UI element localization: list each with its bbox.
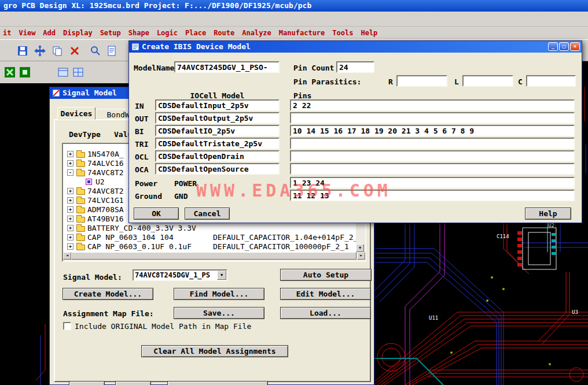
expand-toggle[interactable]: +	[67, 234, 74, 240]
ocl-pins-input[interactable]	[290, 150, 575, 162]
tab-devices[interactable]: Devices	[57, 107, 95, 120]
close-icon[interactable]: ×	[570, 42, 580, 51]
in-pins-input[interactable]	[290, 99, 575, 111]
expand-toggle[interactable]: +	[67, 243, 74, 250]
create-model-button[interactable]: Create Model...	[63, 288, 153, 300]
cancel-button[interactable]: Cancel	[185, 208, 230, 220]
green-x-icon[interactable]	[2, 65, 17, 80]
menu-item-tools[interactable]: Tools	[332, 29, 353, 37]
menu-item-place[interactable]: Place	[185, 29, 206, 37]
window-titlebar[interactable]: gro PCB Design XL: 1925mcu.brd Project: …	[0, 0, 588, 12]
maximize-icon[interactable]: □	[559, 42, 569, 51]
delete-icon[interactable]	[67, 43, 82, 58]
expand-toggle[interactable]: +	[67, 206, 74, 213]
expand-toggle[interactable]: +	[67, 225, 74, 231]
menu-item-add[interactable]: Add	[43, 29, 56, 37]
signal-model-combo[interactable]: 74AVC8T245DGV_1_PS ▼	[133, 269, 227, 281]
menu-item-view[interactable]: View	[19, 29, 35, 37]
find-model-button[interactable]: Find Model...	[174, 288, 264, 300]
toolbar-dock-area	[0, 12, 588, 27]
menu-item-help[interactable]: Help	[361, 29, 377, 37]
row-label-tri: TRI	[135, 140, 148, 149]
tri-model-input[interactable]	[155, 138, 280, 149]
bottom-cutoff-button-2[interactable]	[115, 381, 151, 385]
menu-item-analyze[interactable]: Analyze	[242, 29, 271, 37]
menu-item-setup[interactable]: Setup	[100, 29, 121, 37]
menu-item-logic[interactable]: Logic	[157, 29, 178, 37]
expand-toggle[interactable]: +	[67, 216, 74, 222]
oca-model-input[interactable]	[155, 163, 280, 175]
c-input[interactable]	[526, 75, 576, 87]
green-square-icon[interactable]	[17, 65, 32, 80]
ground-label: Ground	[135, 192, 162, 201]
ocl-model-input[interactable]	[155, 150, 280, 162]
create-ibis-device-model-dialog: Create IBIS Device Model _ □ × ModelName…	[128, 40, 582, 223]
load-map-button[interactable]: Load...	[280, 307, 371, 319]
bottom-cutoff-button-3[interactable]	[167, 381, 268, 385]
menu-item-route[interactable]: Route	[214, 29, 234, 37]
include-original-path-checkbox[interactable]	[63, 322, 71, 330]
ibis-dialog-titlebar[interactable]: Create IBIS Device Model _ □ ×	[129, 41, 582, 53]
folder-icon	[76, 198, 85, 204]
l-input[interactable]	[462, 75, 513, 87]
tree-item[interactable]: + BATTERY_CD-400_3.3V 3.3V	[64, 224, 357, 233]
out-model-input[interactable]	[155, 112, 280, 124]
expand-toggle[interactable]: +	[67, 160, 74, 166]
row-label-in: IN	[135, 102, 144, 110]
menu-item-display[interactable]: Display	[63, 29, 93, 37]
ok-button[interactable]: OK	[134, 208, 179, 220]
pin-count-input[interactable]	[336, 61, 374, 73]
zoom-icon[interactable]	[88, 43, 103, 58]
signal-model-label: Signal Model:	[63, 273, 122, 282]
clear-all-model-assignments-button[interactable]: Clear All Model Assignments	[141, 345, 288, 357]
bi-model-input[interactable]	[155, 125, 280, 136]
save-map-button[interactable]: Save...	[174, 307, 264, 319]
expand-toggle[interactable]: +	[67, 151, 74, 157]
scroll-right-button[interactable]: ►	[357, 252, 365, 260]
tab-devices-label: Devices	[61, 109, 93, 118]
allegro-window: gro PCB Design XL: 1925mcu.brd Project: …	[0, 0, 588, 385]
tree-item-model: DEFAULT_CAPACITOR_100000pF_2_1	[213, 242, 349, 251]
tree-item[interactable]: + CAP NP_0603_104 104 DEFAULT_CAPACITOR_…	[64, 233, 357, 242]
bi-pins-input[interactable]	[290, 125, 575, 136]
in-model-input[interactable]	[155, 99, 280, 111]
out-pins-input[interactable]	[290, 112, 575, 124]
scroll-down-button[interactable]: ▼	[356, 244, 364, 252]
power-net-value: POWER	[174, 179, 197, 188]
help-button[interactable]: Help	[525, 208, 571, 220]
r-input[interactable]	[396, 75, 447, 87]
bottom-cutoff-button-1[interactable]	[69, 381, 105, 385]
chevron-down-icon[interactable]: ▼	[217, 271, 226, 280]
collapse-toggle[interactable]: -	[67, 169, 74, 176]
oca-pins-input[interactable]	[290, 163, 575, 175]
expand-toggle[interactable]: +	[67, 197, 74, 203]
r-label: R	[388, 77, 393, 86]
menu-item-edit[interactable]: it	[3, 29, 11, 37]
power-pins-input[interactable]	[290, 177, 575, 188]
model-name-input[interactable]	[174, 61, 280, 73]
edit-model-button[interactable]: Edit Model...	[280, 288, 371, 300]
horizontal-scroll-thumb[interactable]	[71, 252, 357, 260]
ground-pins-input[interactable]	[290, 190, 575, 201]
tri-pins-input[interactable]	[290, 138, 575, 149]
window-title: gro PCB Design XL: 1925mcu.brd Project: …	[3, 1, 311, 10]
tree-item-label: 74AVC8T2	[87, 187, 124, 195]
row-label-oca: OCA	[135, 165, 148, 174]
expand-toggle[interactable]: +	[67, 188, 74, 194]
save-icon[interactable]	[15, 43, 30, 58]
document-icon[interactable]	[104, 43, 119, 58]
scroll-left-button[interactable]: ◄	[63, 252, 71, 260]
blue-panel-icon[interactable]	[56, 65, 71, 80]
move-icon[interactable]	[32, 43, 47, 58]
minimize-icon[interactable]: _	[548, 42, 558, 51]
copy-icon[interactable]	[50, 43, 65, 58]
blue-grid-icon[interactable]	[71, 65, 86, 80]
menu-item-shape[interactable]: Shape	[128, 29, 149, 37]
auto-setup-button[interactable]: Auto Setup	[280, 269, 372, 281]
horizontal-scrollbar[interactable]: ◄ ►	[63, 252, 365, 261]
tree-item[interactable]: + CAP NP_0603_0.1UF 0.1uF DEFAULT_CAPACI…	[64, 242, 357, 251]
model-name-label: ModelName	[134, 64, 174, 72]
column-header-devtype[interactable]: DevType	[69, 130, 101, 139]
menu-item-manufacture[interactable]: Manufacture	[279, 29, 325, 37]
row-label-bi: BI	[135, 127, 144, 136]
